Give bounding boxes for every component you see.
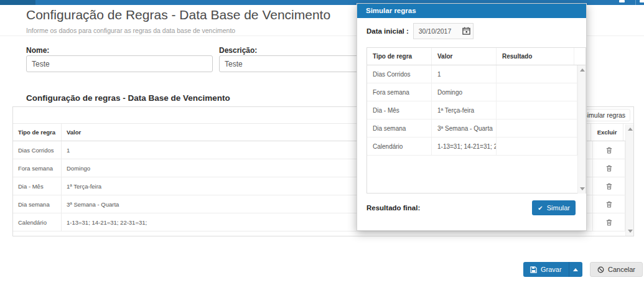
simular-button[interactable]: ✔ Simular bbox=[532, 200, 576, 215]
nome-label: Nome: bbox=[26, 46, 49, 55]
page: Configuração de Regras - Data Base de Ve… bbox=[0, 0, 644, 308]
header-resultado: Resultado bbox=[497, 48, 574, 65]
rule-type-cell: Calendário bbox=[367, 138, 432, 155]
trash-icon[interactable] bbox=[606, 183, 612, 190]
date-field-row: Data inicial : bbox=[366, 22, 474, 39]
rule-type-cell: Dia - Mês bbox=[367, 101, 432, 119]
trash-icon[interactable] bbox=[606, 201, 612, 208]
floppy-disk-icon bbox=[530, 266, 537, 273]
page-title: Configuração de Regras - Data Base de Ve… bbox=[26, 7, 330, 22]
table-row: Fora semana Domingo bbox=[367, 83, 577, 101]
table-row: Dias Corridos 1 bbox=[367, 65, 577, 83]
modal-footer: Resultado final: ✔ Simular bbox=[366, 200, 577, 215]
rule-type-cell: Dia - Mês bbox=[13, 177, 62, 195]
rule-type-cell: Calendário bbox=[13, 213, 62, 231]
rule-type-cell: Dia semana bbox=[13, 195, 62, 213]
navbar-divider bbox=[635, 0, 636, 5]
simular-button-label: Simular bbox=[547, 204, 570, 212]
header-tipo-de-regra: Tipo de regra bbox=[367, 48, 432, 65]
scroll-up-icon[interactable] bbox=[580, 68, 585, 72]
simulation-table-header: Tipo de regra Valor Resultado bbox=[367, 48, 586, 65]
caret-up-icon bbox=[573, 268, 578, 271]
rule-type-cell: Dias Corridos bbox=[13, 141, 62, 159]
rule-value-cell: 1 bbox=[432, 65, 497, 83]
table-row: Calendário 1-13=31; 14-21=31; 22-... bbox=[367, 138, 577, 156]
resultado-final-label: Resultado final: bbox=[366, 204, 420, 212]
calendar-icon[interactable] bbox=[462, 27, 470, 35]
rule-type-cell: Dias Corridos bbox=[367, 65, 432, 83]
navbar-logo bbox=[0, 0, 35, 5]
header-scroll-spacer bbox=[574, 48, 586, 65]
rule-result-cell bbox=[497, 83, 577, 101]
check-icon: ✔ bbox=[538, 205, 543, 212]
header-excluir: Excluir bbox=[591, 124, 623, 141]
date-input-wrap bbox=[413, 23, 474, 39]
simulation-table-body: Dias Corridos 1 Fora semana Domingo Dia … bbox=[367, 65, 586, 194]
rule-type-cell: Fora semana bbox=[367, 83, 432, 101]
descricao-label: Descrição: bbox=[219, 46, 257, 55]
navbar-user-icon[interactable] bbox=[619, 0, 625, 2]
rule-result-cell bbox=[497, 101, 577, 119]
scroll-down-icon[interactable] bbox=[628, 230, 633, 233]
rule-value-cell: 3ª Semana - Quarta bbox=[432, 119, 497, 137]
trash-icon[interactable] bbox=[606, 147, 612, 154]
simulate-rules-button-label: Simular regras bbox=[583, 111, 625, 119]
rule-value-cell: Domingo bbox=[432, 83, 497, 101]
table-scrollbar[interactable] bbox=[625, 124, 633, 236]
simulation-table: Tipo de regra Valor Resultado Dias Corri… bbox=[366, 47, 586, 194]
data-inicial-label: Data inicial : bbox=[366, 27, 409, 35]
cancelar-button[interactable]: Cancelar bbox=[590, 262, 643, 277]
rule-type-cell: Dia semana bbox=[367, 119, 432, 137]
trash-icon[interactable] bbox=[606, 219, 612, 226]
rule-result-cell bbox=[497, 65, 577, 83]
header-tipo-de-regra: Tipo de regra bbox=[13, 124, 62, 141]
cancelar-button-label: Cancelar bbox=[608, 266, 635, 273]
modal-table-scrollbar[interactable] bbox=[577, 65, 586, 194]
rule-result-cell bbox=[497, 119, 577, 137]
rule-value-cell: 1-13=31; 14-21=31; 22-... bbox=[432, 138, 497, 155]
scroll-up-icon[interactable] bbox=[628, 128, 633, 131]
gravar-button[interactable]: Gravar bbox=[523, 262, 569, 277]
navbar-power-icon[interactable] bbox=[640, 0, 644, 2]
modal-body: Data inicial : Tipo de regra Valor Resul… bbox=[357, 18, 586, 230]
ban-icon bbox=[597, 266, 604, 273]
nome-input[interactable] bbox=[26, 55, 213, 72]
simular-regras-modal: Simular regras Data inicial : Tipo de re… bbox=[357, 3, 587, 231]
header-valor: Valor bbox=[432, 48, 497, 65]
gravar-dropdown-toggle[interactable] bbox=[569, 262, 582, 277]
rule-result-cell bbox=[497, 138, 577, 155]
rule-type-cell: Fora semana bbox=[13, 159, 62, 177]
modal-title: Simular regras bbox=[357, 4, 586, 18]
table-row: Dia - Mês 1ª Terça-feira bbox=[367, 101, 577, 119]
rules-section-heading: Configuração de regras - Data Base de Ve… bbox=[26, 93, 230, 103]
gravar-button-label: Gravar bbox=[541, 266, 562, 273]
trash-icon[interactable] bbox=[606, 165, 612, 172]
rule-value-cell: 1ª Terça-feira bbox=[432, 101, 497, 119]
gravar-split-button: Gravar bbox=[523, 262, 582, 277]
table-row: Dia semana 3ª Semana - Quarta bbox=[367, 119, 577, 138]
scroll-down-icon[interactable] bbox=[580, 187, 585, 190]
page-subtitle: Informe os dados para configurar as regr… bbox=[26, 27, 235, 34]
